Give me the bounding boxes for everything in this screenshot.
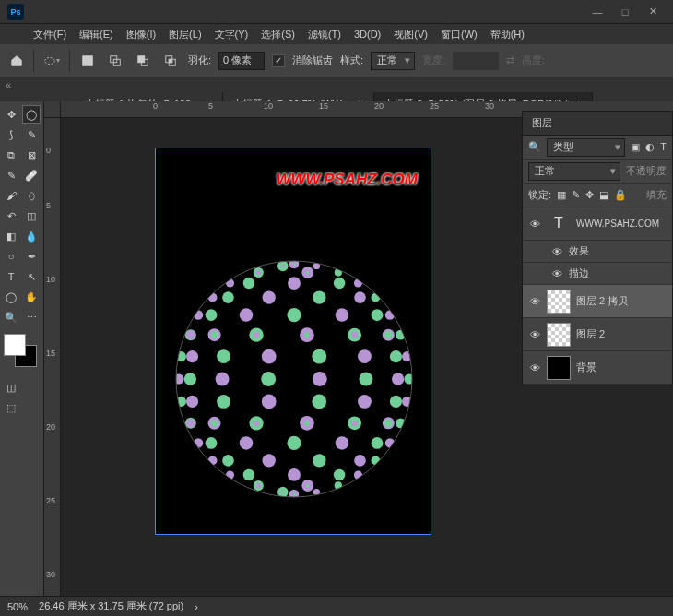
filter-type-icon[interactable]: T [660, 141, 667, 153]
svg-point-146 [246, 472, 252, 478]
type-tool-icon[interactable]: T [2, 267, 20, 286]
menu-window[interactable]: 窗口(W) [435, 26, 483, 43]
brush-tool-icon[interactable]: 🖌 [2, 186, 20, 205]
menu-image[interactable]: 图像(I) [121, 26, 161, 43]
stamp-tool-icon[interactable]: ⬯ [22, 186, 41, 205]
layer-thumb-text: T [547, 212, 571, 236]
shape-tool-icon[interactable]: ◯ [2, 288, 20, 306]
menu-3d[interactable]: 3D(D) [348, 27, 386, 41]
lock-all-icon[interactable]: ✥ [585, 189, 594, 201]
close-button[interactable]: ✕ [640, 3, 666, 21]
history-brush-icon[interactable]: ↶ [2, 207, 20, 225]
style-dropdown[interactable]: 正常 [371, 52, 415, 70]
menu-help[interactable]: 帮助(H) [485, 26, 530, 43]
collapse-icon[interactable]: « [0, 77, 13, 90]
more-tools-icon[interactable]: ⋯ [22, 308, 41, 326]
screenmode-icon[interactable]: ⬚ [2, 398, 20, 417]
filter-image-icon[interactable]: ▣ [631, 141, 640, 153]
frame-tool-icon[interactable]: ⊠ [22, 146, 41, 164]
ruler-vertical[interactable]: 0 5 10 15 20 25 30 [44, 118, 61, 596]
svg-point-0 [45, 57, 55, 64]
svg-point-38 [357, 294, 363, 301]
blend-mode-dropdown[interactable]: 正常 [528, 162, 620, 181]
svg-point-34 [208, 293, 218, 302]
ruler-origin[interactable] [44, 101, 61, 118]
selection-intersect-icon[interactable] [160, 51, 181, 71]
marquee-ellipse-icon[interactable]: ▾ [41, 51, 62, 71]
dodge-tool-icon[interactable]: ○ [2, 247, 20, 266]
path-tool-icon[interactable]: ↖ [22, 267, 41, 286]
svg-point-159 [293, 493, 296, 496]
lock-pixels-icon[interactable]: ▦ [557, 189, 566, 201]
move-tool-icon[interactable]: ✥ [2, 105, 20, 124]
menu-edit[interactable]: 编辑(E) [74, 26, 119, 43]
svg-point-36 [266, 295, 271, 300]
layer-name[interactable]: 图层 2 拷贝 [576, 294, 628, 308]
lock-artboard-icon[interactable]: ⬓ [599, 189, 608, 201]
menu-filter[interactable]: 滤镜(T) [302, 26, 347, 43]
zoom-level[interactable]: 50% [7, 601, 28, 612]
lock-icon[interactable]: 🔒 [614, 189, 627, 201]
minimize-button[interactable]: — [584, 3, 610, 21]
svg-point-20 [306, 271, 310, 275]
layer-thumb [547, 290, 571, 314]
eraser-tool-icon[interactable]: ◫ [22, 207, 41, 225]
layer-background[interactable]: 👁 背景 [523, 351, 672, 385]
layer-name[interactable]: WWW.PSAHZ.COM [576, 219, 659, 229]
layer-effects[interactable]: 👁 效果 [523, 241, 672, 263]
svg-point-114 [211, 420, 218, 427]
marquee-tool-icon[interactable]: ◯ [22, 105, 41, 124]
feather-input[interactable] [218, 52, 265, 70]
visibility-icon[interactable]: 👁 [528, 361, 541, 374]
eyedropper-tool-icon[interactable]: ✎ [2, 166, 20, 184]
search-icon[interactable]: 🔍 [528, 141, 541, 153]
svg-point-48 [291, 313, 297, 318]
quick-select-tool-icon[interactable]: ✎ [22, 125, 41, 144]
layer-name[interactable]: 图层 2 [576, 327, 605, 341]
stroke-label: 描边 [569, 267, 589, 280]
svg-point-61 [304, 332, 310, 338]
lock-position-icon[interactable]: ✎ [572, 189, 580, 201]
color-swatches[interactable] [2, 334, 39, 371]
zoom-tool-icon[interactable]: 🔍 [2, 308, 20, 326]
visibility-icon[interactable]: 👁 [528, 295, 541, 308]
selection-add-icon[interactable] [105, 51, 125, 71]
home-icon[interactable] [7, 52, 26, 70]
selection-subtract-icon[interactable] [133, 51, 153, 71]
maximize-button[interactable]: □ [612, 3, 638, 21]
menu-view[interactable]: 视图(V) [388, 26, 433, 43]
layer-text[interactable]: 👁 T WWW.PSAHZ.COM [523, 207, 672, 241]
visibility-icon[interactable]: 👁 [528, 328, 541, 341]
layer-copy[interactable]: 👁 图层 2 拷贝 [523, 285, 672, 318]
blur-tool-icon[interactable]: 💧 [22, 227, 41, 245]
menu-layer[interactable]: 图层(L) [163, 26, 207, 43]
quickmask-icon[interactable]: ◫ [2, 378, 20, 397]
layer-2[interactable]: 👁 图层 2 [523, 318, 672, 351]
heal-tool-icon[interactable]: 🩹 [22, 166, 41, 184]
layer-name[interactable]: 背景 [576, 361, 596, 374]
pen-tool-icon[interactable]: ✒ [22, 247, 41, 266]
visibility-icon[interactable]: 👁 [550, 245, 563, 258]
doc-info[interactable]: 26.46 厘米 x 31.75 厘米 (72 ppi) [39, 599, 183, 613]
visibility-icon[interactable]: 👁 [528, 218, 541, 231]
svg-point-136 [208, 456, 218, 465]
filter-adjust-icon[interactable]: ◐ [645, 141, 655, 153]
lasso-tool-icon[interactable]: ⟆ [2, 125, 20, 144]
selection-new-icon[interactable] [77, 51, 98, 71]
svg-point-91 [394, 374, 402, 383]
layers-tab-label[interactable]: 图层 [532, 116, 552, 130]
menu-file[interactable]: 文件(F) [28, 26, 72, 43]
hand-tool-icon[interactable]: ✋ [22, 288, 41, 306]
crop-tool-icon[interactable]: ⧉ [2, 146, 20, 164]
chevron-right-icon[interactable]: › [195, 601, 198, 612]
svg-point-147 [292, 473, 296, 477]
layer-stroke-effect[interactable]: 👁 描边 [523, 263, 672, 285]
svg-point-129 [339, 440, 345, 445]
swap-icon[interactable]: ⇄ [506, 54, 514, 66]
visibility-icon[interactable]: 👁 [550, 267, 563, 280]
filter-type-dropdown[interactable]: 类型 [547, 138, 625, 157]
menu-type[interactable]: 文字(Y) [209, 26, 254, 43]
gradient-tool-icon[interactable]: ◧ [2, 227, 20, 245]
menu-select[interactable]: 选择(S) [255, 26, 301, 43]
antialias-checkbox[interactable] [272, 54, 285, 67]
